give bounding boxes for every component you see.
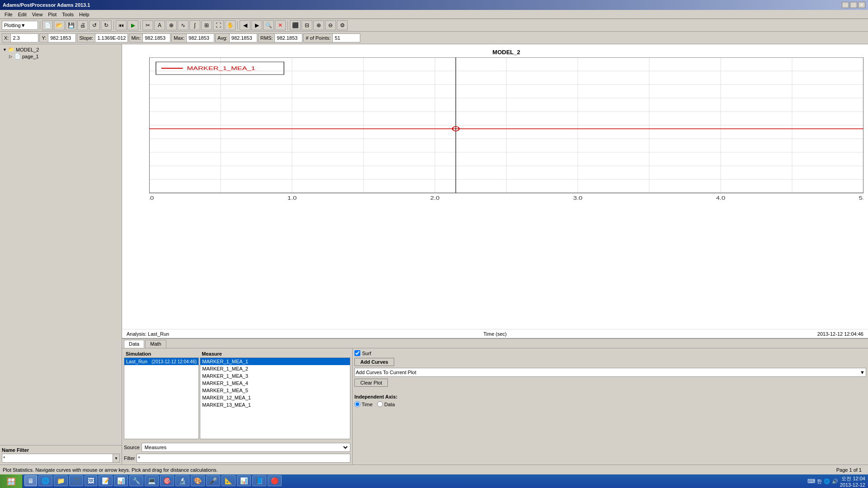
measure-item-6[interactable]: MARKER_13_MEA_1 [200,401,350,408]
add-curves-current-dropdown[interactable]: Add Curves To Current Plot ▼ [354,368,866,377]
source-dropdown[interactable]: Measures Requests Results [142,443,350,452]
measure-item-2[interactable]: MARKER_1_MEA_3 [200,372,350,380]
text-btn[interactable]: A [154,20,165,30]
status-text: Plot Statistics. Navigate curves with mo… [3,467,836,473]
name-filter-dropdown-btn[interactable]: ▼ [113,454,120,463]
measure-item-4[interactable]: MARKER_1_MEA_5 [200,387,350,394]
fft-btn[interactable]: ∫ [189,20,200,30]
print-btn[interactable]: 🖨 [77,20,88,30]
expand-icon: ▼ [3,47,8,52]
taskbar-item-media[interactable]: 🎵 [69,475,83,486]
target-icon: 🎯 [163,477,171,484]
toolbar: Plotting▼ 📄 📂 💾 🖨 ↺ ↻ ⏮ ▶ ✂ A ⊕ ∿ ∫ ⊞ ⛶ … [0,19,868,32]
tray-keyboard-icon: ⌨ [807,478,815,484]
toolbar-separator-2 [113,21,114,30]
minimize-button[interactable]: — [842,2,849,8]
axis-time-radio[interactable] [354,401,360,407]
taskbar-item-term[interactable]: 💻 [145,475,159,486]
tree-item-page1[interactable]: ▷ 📄 page_1 [2,53,120,60]
ie-icon: 🌐 [42,477,49,484]
tab-math[interactable]: Math [145,340,166,348]
arrow-right-btn[interactable]: ▶ [251,20,262,30]
zoom-out-btn[interactable]: ⊖ [325,20,336,30]
right-panel-controls: Surf Add Curves Add Curves To Current Pl… [353,348,868,465]
zoom-in-btn[interactable]: ⊕ [313,20,324,30]
grid-btn[interactable]: ⊟ [302,20,312,30]
taskbar-item-mic[interactable]: 🎤 [206,475,220,486]
taskbar-item-science[interactable]: 🔬 [175,475,189,486]
titlebar-controls: — □ ✕ [842,2,865,8]
crosshair-btn[interactable]: ⊕ [166,20,177,30]
menu-edit[interactable]: Edit [15,11,29,18]
filter-btn[interactable]: ∿ [178,20,189,30]
settings-btn[interactable]: ⚙ [337,20,348,30]
name-filter-input[interactable] [2,454,113,463]
tree-area: ▼ 📁 MODEL_2 ▷ 📄 page_1 [0,44,122,445]
taskbar-item-book[interactable]: 📘 [252,475,266,486]
layout-btn[interactable]: ⊞ [201,20,212,30]
scissors-btn[interactable]: ✂ [142,20,153,30]
axis-data-radio[interactable] [377,401,383,407]
save-btn[interactable]: 💾 [66,20,76,30]
add-curves-button[interactable]: Add Curves [354,358,394,366]
menu-file[interactable]: File [2,11,15,18]
svg-text:MARKER_1_MEA_1: MARKER_1_MEA_1 [187,66,255,71]
mode-dropdown[interactable]: Plotting▼ [2,21,38,30]
fullscreen-btn[interactable]: ⛶ [213,20,224,30]
measure-item-3[interactable]: MARKER_1_MEA_4 [200,380,350,387]
rotate-right-btn[interactable]: ↻ [101,20,112,30]
close-button[interactable]: ✕ [858,2,865,8]
taskbar-item-explorer[interactable]: 📁 [54,475,68,486]
menu-view[interactable]: View [29,11,46,18]
name-filter-row: ▼ [2,454,120,463]
taskbar-item-ie[interactable]: 🌐 [38,475,52,486]
stat-y: Y: 982.1853 [39,33,76,42]
taskbar-item-tools[interactable]: 🔧 [129,475,143,486]
source-label: Source [124,445,140,450]
taskbar-item-target[interactable]: 🎯 [160,475,174,486]
menu-help[interactable]: Help [76,11,92,18]
simulation-list[interactable]: Last_Run (2013-12-12 12:04:46) [124,357,199,439]
taskbar-tray: ⌨ 한 🌐 🔊 오전 12:04 2013-12-12 [805,475,868,488]
maximize-button[interactable]: □ [850,2,857,8]
taskbar-item-word[interactable]: 📝 [99,475,113,486]
menu-tools[interactable]: Tools [59,11,76,18]
measure-list[interactable]: MARKER_1_MEA_1 MARKER_1_MEA_2 MARKER_1_M… [200,357,350,439]
axis-data-option[interactable]: Data [377,401,395,407]
filter-input[interactable] [137,454,350,463]
arrow-left-btn[interactable]: ◀ [240,20,250,30]
photos-icon: 🖼 [88,477,94,484]
source-select[interactable]: Measures Requests Results [143,444,349,450]
taskbar-item-design[interactable]: 📐 [222,475,236,486]
taskbar-item-adams[interactable]: 🖥 [24,475,37,486]
measure-item-5[interactable]: MARKER_12_MEA_1 [200,394,350,401]
menu-plot[interactable]: Plot [45,11,59,18]
surf-checkbox[interactable] [354,350,360,356]
stop-btn[interactable]: ✕ [275,20,286,30]
taskbar-item-paint[interactable]: 🎨 [191,475,205,486]
measure-item-0[interactable]: MARKER_1_MEA_1 [200,358,350,365]
taskbar-item-chart[interactable]: 📊 [237,475,251,486]
rotate-left-btn[interactable]: ↺ [89,20,100,30]
stat-avg: Avg: 982.1853 [215,33,257,42]
new-btn[interactable]: 📄 [42,20,53,30]
hand-btn[interactable]: ✋ [225,20,236,30]
start-button[interactable]: 🪟 [0,474,23,488]
play-btn[interactable]: ▶ [127,20,138,30]
taskbar-item-excel[interactable]: 📊 [114,475,128,486]
adams-icon: 🖥 [28,477,34,484]
tab-data[interactable]: Data [124,340,144,348]
rewind-btn[interactable]: ⏮ [116,20,127,30]
explorer-icon: 📁 [57,477,65,484]
taskbar-item-red[interactable]: 🔴 [268,475,282,486]
tree-item-model2[interactable]: ▼ 📁 MODEL_2 [2,46,120,53]
measure-item-1[interactable]: MARKER_1_MEA_2 [200,365,350,372]
clear-plot-button[interactable]: Clear Plot [354,379,388,387]
axis-time-option[interactable]: Time [354,401,373,407]
taskbar-item-photos[interactable]: 🖼 [85,475,97,486]
sim-item-lastrun[interactable]: Last_Run (2013-12-12 12:04:46) [124,358,198,365]
simulation-header: Simulation [124,350,199,357]
zoom-btn[interactable]: 🔍 [263,20,274,30]
record-btn[interactable]: ⬛ [290,20,301,30]
open-btn[interactable]: 📂 [54,20,65,30]
